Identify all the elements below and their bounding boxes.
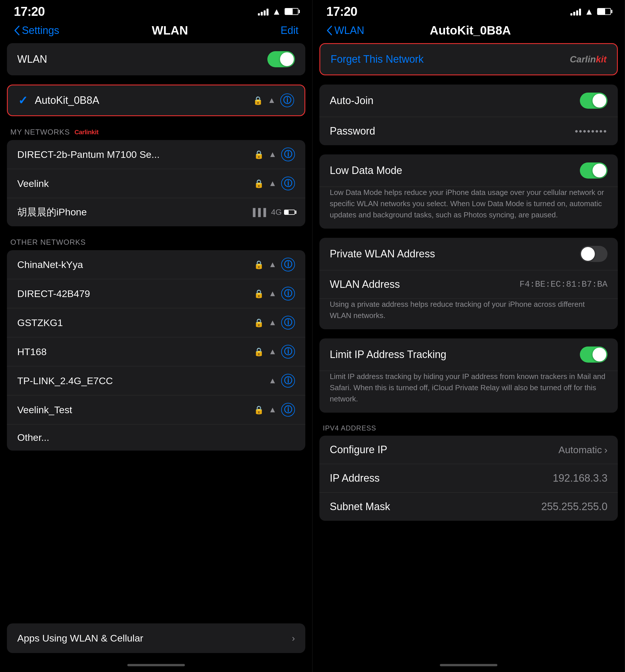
nav-bar-right: WLAN AutoKit_0B8A [312,21,625,43]
wlan-toggle[interactable] [267,51,295,67]
lock-other-1: 🔒 [254,289,264,298]
low-data-mode-toggle[interactable] [580,163,607,178]
wifi-icon-0: ▲ [268,150,277,159]
info-other-5[interactable]: ⓘ [281,403,295,417]
my-networks-group: DIRECT-2b-Pantum M7100 Se... 🔒 ▲ ⓘ Veeli… [7,140,305,226]
other-network-5[interactable]: Veelink_Test 🔒 ▲ ⓘ [7,395,305,425]
chevron-left-icon-right [326,25,333,35]
info-btn-0[interactable]: ⓘ [281,147,295,161]
other-network-0[interactable]: ChinaNet-kYya 🔒 ▲ ⓘ [7,250,305,279]
password-label: Password [330,125,375,137]
info-other-2[interactable]: ⓘ [281,316,295,330]
wifi-icon-1: ▲ [268,179,277,188]
bottom-action-row[interactable]: Apps Using WLAN & Cellular › [7,623,305,653]
password-row[interactable]: Password •••••••• [319,117,618,145]
wifi-icon-connected: ▲ [268,96,276,105]
wlan-toggle-row: WLAN [7,43,305,75]
private-wlan-toggle[interactable] [580,246,607,262]
status-bar-right: 17:20 ▲ [312,0,625,21]
back-button-right[interactable]: WLAN [326,24,364,37]
home-indicator-right [312,661,625,672]
info-button-connected[interactable]: ⓘ [280,93,294,107]
signal-4g-icon: ▌▌▌ 4G [253,208,295,217]
home-indicator-left [0,661,312,672]
edit-button[interactable]: Edit [281,24,298,37]
carlinkit-logo-right: Carlinkit [570,54,607,65]
auto-join-row: Auto-Join [319,85,618,117]
configure-ip-value: Automatic › [558,444,607,455]
wifi-icon-right: ▲ [584,6,594,17]
low-data-mode-row: Low Data Mode [319,154,618,187]
chevron-right-icon: › [292,633,295,644]
nav-bar-left: Settings WLAN Edit [0,21,312,43]
other-networks-label: OTHER NETWORKS [10,238,86,247]
carlinkit-logo-left: Carlinkit [74,128,99,136]
auto-join-group: Auto-Join Password •••••••• [319,85,618,145]
ip-address-value: 192.168.3.3 [553,472,607,484]
auto-join-toggle[interactable] [580,93,607,109]
network-name-2: 胡晨晨的iPhone [17,206,253,219]
info-other-4[interactable]: ⓘ [281,374,295,388]
forget-network-label: Forget This Network [331,53,424,65]
limit-ip-toggle[interactable] [580,346,607,363]
wifi-other-4: ▲ [268,376,277,385]
configure-ip-label: Configure IP [330,444,387,456]
my-networks-label: MY NETWORKS [10,128,70,137]
wifi-other-1: ▲ [268,289,277,298]
time-left: 17:20 [14,4,45,19]
nav-title-left: WLAN [152,24,188,38]
ipv4-section-header: IPV4 ADDRESS [319,422,618,436]
private-wlan-label: Private WLAN Address [330,248,435,260]
other-network-1[interactable]: DIRECT-42B479 🔒 ▲ ⓘ [7,279,305,308]
lock-other-5: 🔒 [254,405,264,415]
my-networks-header: MY NETWORKS Carlinkit [7,124,305,140]
chevron-left-icon [14,25,20,35]
other-network-4[interactable]: TP-LINK_2.4G_E7CC ▲ ⓘ [7,366,305,395]
signal-bars-right [570,7,581,16]
limit-ip-description: Limit IP address tracking by hiding your… [330,372,605,403]
wifi-other-5: ▲ [268,405,277,414]
my-network-1[interactable]: Veelink 🔒 ▲ ⓘ [7,169,305,198]
ip-address-label: IP Address [330,472,380,484]
lock-icon-1: 🔒 [254,179,264,188]
chevron-right-configure: › [604,444,607,455]
signal-bars-left [258,7,268,16]
private-wlan-row: Private WLAN Address [319,238,618,270]
lock-other-0: 🔒 [254,260,264,269]
back-button-left[interactable]: Settings [14,24,59,37]
info-other-0[interactable]: ⓘ [281,258,295,271]
password-value: •••••••• [575,126,607,137]
network-detail-content: Forget This Network Carlinkit Auto-Join … [312,43,625,661]
other-network-6[interactable]: Other... [7,425,305,451]
battery-right [597,8,611,15]
battery-left [285,8,298,15]
wlan-address-label: WLAN Address [330,278,400,290]
other-network-3[interactable]: HT168 🔒 ▲ ⓘ [7,337,305,366]
wlan-screen: 17:20 ▲ Settings WLAN Edit [0,0,312,672]
other-network-2[interactable]: GSTZKG1 🔒 ▲ ⓘ [7,308,305,337]
wlan-label: WLAN [17,53,47,65]
ipv4-group: Configure IP Automatic › IP Address 192.… [319,436,618,521]
wlan-address-description: Using a private address helps reduce tra… [330,300,585,320]
my-network-2[interactable]: 胡晨晨的iPhone ▌▌▌ 4G [7,198,305,226]
network-name-0: DIRECT-2b-Pantum M7100 Se... [17,149,254,160]
limit-ip-group: Limit IP Address Tracking Limit IP addre… [319,338,618,413]
forget-network-row[interactable]: Forget This Network Carlinkit [320,44,617,74]
my-network-0[interactable]: DIRECT-2b-Pantum M7100 Se... 🔒 ▲ ⓘ [7,140,305,169]
info-other-1[interactable]: ⓘ [281,287,295,301]
wifi-icon-left: ▲ [272,6,281,17]
status-bar-left: 17:20 ▲ [0,0,312,21]
info-btn-1[interactable]: ⓘ [281,176,295,190]
auto-join-label: Auto-Join [330,95,374,107]
configure-ip-row[interactable]: Configure IP Automatic › [319,436,618,464]
lock-other-3: 🔒 [254,347,264,357]
connected-network-row[interactable]: ✓ AutoKit_0B8A 🔒 ▲ ⓘ [7,85,305,116]
ip-address-row: IP Address 192.168.3.3 [319,464,618,493]
bottom-action-label: Apps Using WLAN & Cellular [17,632,143,644]
lock-other-2: 🔒 [254,318,264,328]
status-icons-left: ▲ [258,6,298,17]
subnet-mask-row: Subnet Mask 255.255.255.0 [319,493,618,521]
wlan-toggle-group: WLAN [7,43,305,75]
lock-icon-connected: 🔒 [253,96,263,105]
info-other-3[interactable]: ⓘ [281,345,295,359]
